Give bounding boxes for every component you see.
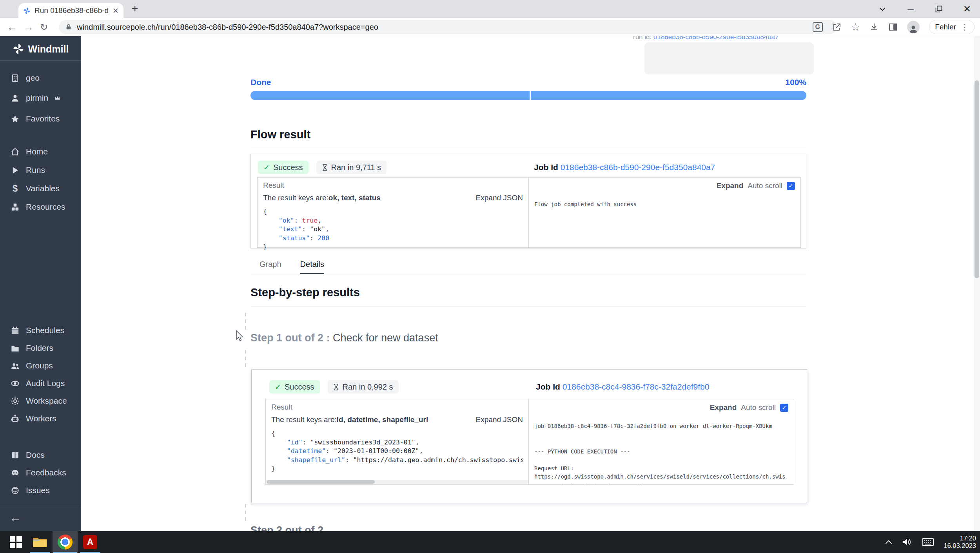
- tab-graph[interactable]: Graph: [260, 260, 281, 274]
- tab-details[interactable]: Details: [300, 260, 324, 274]
- back-icon[interactable]: ←: [7, 18, 17, 36]
- sidebar-item-favorites[interactable]: Favorites: [11, 112, 60, 125]
- page-scrollbar: [974, 36, 980, 531]
- window-close-button[interactable]: ✕: [961, 3, 973, 15]
- translate-icon[interactable]: G: [813, 22, 823, 32]
- page-scrollbar-thumb[interactable]: [975, 80, 979, 278]
- hourglass-icon: [333, 384, 339, 390]
- sidebar-item-label: Variables: [26, 184, 60, 193]
- result-keys-prefix: The result keys are:: [263, 194, 328, 202]
- check-icon: ✓: [275, 383, 281, 392]
- sidebar-item-issues[interactable]: Issues: [11, 484, 50, 497]
- cubes-icon: [11, 203, 20, 212]
- result-tabs: Graph Details: [250, 259, 806, 274]
- new-tab-button[interactable]: +: [132, 2, 138, 15]
- window-menu-chevron-icon[interactable]: [877, 3, 888, 15]
- sidebar-item-label: Workspace: [26, 396, 67, 406]
- file-explorer-taskbar-icon[interactable]: [27, 531, 53, 553]
- sidebar-item-audit-logs[interactable]: Audit Logs: [11, 377, 65, 390]
- sidebar-item-folders[interactable]: Folders: [11, 341, 53, 355]
- sidebar-item-feedbacks[interactable]: Feedbacks: [11, 466, 66, 479]
- horizontal-scrollbar: [266, 480, 528, 484]
- star-icon: [11, 114, 20, 123]
- toolbar-extensions: G ☆ Fehler ⋮: [813, 18, 975, 36]
- windmill-favicon: [23, 7, 31, 15]
- screen: Run 0186eb38-c86b-d590-290e- ✕ + – ✕ ← →…: [0, 0, 980, 553]
- run-id-label: run id:: [633, 36, 653, 41]
- step1-name: Check for new dataset: [333, 332, 438, 344]
- collapse-sidebar-arrow[interactable]: ←: [9, 511, 21, 524]
- sidebar-item-workers[interactable]: Workers: [11, 412, 56, 425]
- sidebar-item-user[interactable]: pirmin: [11, 91, 60, 105]
- start-button[interactable]: [3, 531, 28, 553]
- progress-step-divider: [530, 91, 531, 100]
- url-bar[interactable]: windmill.sourcepole.ch/run/0186eb38-c86b…: [59, 20, 837, 34]
- expand-json-button[interactable]: Expand JSON: [476, 194, 523, 202]
- expand-logs-button[interactable]: Expand: [717, 181, 744, 190]
- sidebar-item-label: Schedules: [26, 326, 64, 335]
- window-controls: – ✕: [877, 0, 973, 18]
- tab-close-icon[interactable]: ✕: [113, 7, 119, 15]
- result-label: Result: [263, 181, 523, 190]
- windmill-brand[interactable]: Windmill: [0, 40, 81, 58]
- job-id-label: Job Id: [534, 163, 561, 172]
- sidebar-divider: [0, 60, 81, 61]
- window-minimize-button[interactable]: –: [905, 3, 916, 15]
- flow-result-card: ✓Success Ran in 9,711 s Job Id 0186eb38-…: [250, 154, 806, 248]
- browser-tab[interactable]: Run 0186eb38-c86b-d590-290e- ✕: [18, 3, 123, 18]
- volume-icon[interactable]: [902, 537, 912, 547]
- chrome-taskbar-icon[interactable]: [53, 531, 78, 553]
- sidebar-item-runs[interactable]: Runs: [11, 163, 45, 177]
- window-maximize-button[interactable]: [933, 3, 945, 15]
- home-icon: [11, 147, 20, 156]
- browser-error-button[interactable]: Fehler ⋮: [929, 20, 975, 34]
- sidebar-item-label: Issues: [26, 486, 50, 495]
- sidebar-item-schedules[interactable]: Schedules: [11, 324, 64, 337]
- sidebar-item-label: Groups: [26, 361, 53, 370]
- sidebar-item-resources[interactable]: Resources: [11, 200, 65, 214]
- github-icon: [11, 486, 20, 495]
- sidebar-item-label: Feedbacks: [26, 468, 66, 477]
- dollar-icon: $: [11, 183, 20, 194]
- run-id-link[interactable]: 0186eb38-c86b-d590-290e-f5d350a840a7: [653, 36, 779, 41]
- progress-percent-label: 100%: [785, 78, 806, 87]
- job-id-link[interactable]: 0186eb38-c8c4-9836-f78c-32fa2def9fb0: [563, 382, 710, 391]
- sidebar-item-workspace[interactable]: geo: [11, 71, 40, 85]
- sidebar-item-docs[interactable]: Docs: [11, 448, 45, 462]
- job-id-link[interactable]: 0186eb38-c86b-d590-290e-f5d350a840a7: [561, 163, 715, 172]
- robot-icon: [11, 414, 20, 423]
- auto-scroll-checkbox[interactable]: ✓: [787, 182, 795, 190]
- auto-scroll-checkbox[interactable]: ✓: [780, 404, 788, 412]
- step1-result-card: ✓Success Ran in 0,992 s Job Id 0186eb38-…: [251, 369, 807, 503]
- result-keys-prefix: The result keys are:: [271, 415, 337, 424]
- browser-menu-kebab-icon[interactable]: ⋮: [961, 22, 969, 32]
- side-panel-icon[interactable]: [888, 22, 898, 32]
- horizontal-scrollbar-thumb[interactable]: [267, 480, 375, 484]
- reload-icon[interactable]: ↻: [40, 18, 48, 36]
- profile-avatar[interactable]: [907, 21, 920, 33]
- divider: [250, 306, 806, 306]
- sidebar-item-home[interactable]: Home: [11, 145, 48, 158]
- sidebar-divider: [0, 505, 81, 505]
- keyboard-icon[interactable]: [922, 537, 934, 547]
- flow-connector-line: [245, 504, 246, 524]
- step2-heading: Step 2 out of 2: [250, 524, 323, 531]
- play-icon: [11, 166, 20, 175]
- taskbar-clock[interactable]: 17:20 16.03.2023: [944, 535, 976, 549]
- expand-logs-button[interactable]: Expand: [710, 403, 737, 412]
- sidebar-item-groups[interactable]: Groups: [11, 359, 53, 372]
- sidebar-item-workspace-settings[interactable]: Workspace: [11, 394, 67, 408]
- users-group-icon: [11, 361, 20, 370]
- clock-time: 17:20: [944, 535, 976, 542]
- discord-icon: [11, 468, 20, 477]
- bookmark-star-icon[interactable]: ☆: [851, 21, 860, 33]
- tray-chevron-icon[interactable]: [885, 539, 893, 545]
- expand-json-button[interactable]: Expand JSON: [476, 415, 523, 424]
- share-icon[interactable]: [832, 22, 842, 32]
- divider: [250, 147, 806, 147]
- download-icon[interactable]: [869, 22, 879, 32]
- sidebar-item-label: Runs: [26, 165, 45, 175]
- acrobat-taskbar-icon[interactable]: A: [78, 531, 103, 553]
- sidebar-item-variables[interactable]: $ Variables: [11, 182, 60, 195]
- forward-icon[interactable]: →: [24, 18, 34, 36]
